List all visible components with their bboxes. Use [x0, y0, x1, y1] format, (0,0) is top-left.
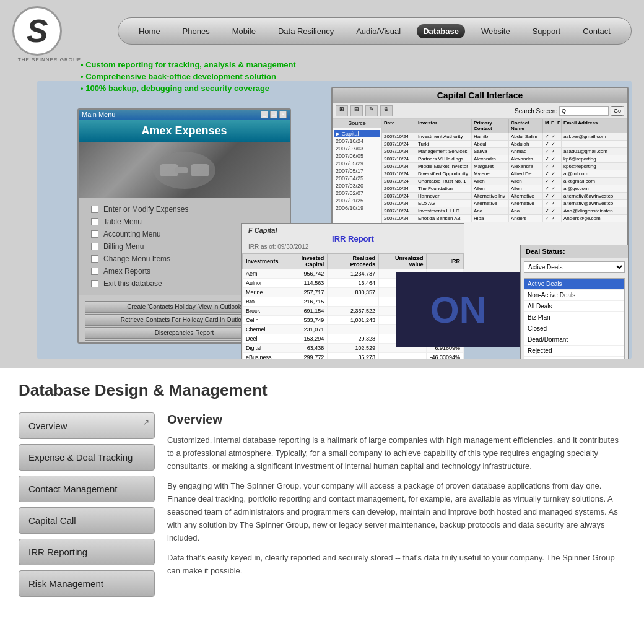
deal-list-dead[interactable]: Dead/Dormant: [524, 334, 624, 346]
nav-mobile[interactable]: Mobile: [226, 24, 262, 38]
search-input[interactable]: [559, 106, 609, 116]
checkbox-5[interactable]: [91, 255, 98, 263]
nav-risk-management[interactable]: Risk Management: [19, 570, 155, 597]
source-2007-06-05[interactable]: 2007/06/05: [334, 152, 380, 160]
col-f: F: [555, 119, 562, 133]
menu-label-7: Exit this database: [103, 279, 162, 288]
nav-website[interactable]: Website: [475, 24, 516, 38]
deal-list-all[interactable]: All Deals: [524, 301, 624, 312]
menu-label-3: Accounting Menu: [103, 230, 161, 238]
left-navigation: Overview ↗ Expense & Deal Tracking Conta…: [19, 412, 155, 602]
table-row: 2007/10/24TurkiAbdullAbdulah✓✓: [382, 141, 627, 148]
menu-label-4: Billing Menu: [103, 242, 144, 251]
nav-support[interactable]: Support: [526, 24, 567, 38]
overview-paragraph-1: Customized, internal database reporting …: [167, 434, 625, 472]
source-2007-04-25[interactable]: 2007/04/25: [334, 175, 380, 182]
logo-text: THE SPINNER GROUP: [12, 57, 87, 63]
source-2007-07-03[interactable]: 2007/07/03: [334, 145, 380, 152]
irr-title: IRR Report: [248, 234, 458, 243]
checkbox-1[interactable]: [91, 206, 98, 213]
search-box: Search Screen: Go: [515, 106, 624, 116]
overview-paragraph-2: By engaging with The Spinner Group, your…: [167, 480, 625, 544]
deal-list-active[interactable]: Active Deals: [524, 279, 624, 290]
checkbox-3[interactable]: [91, 230, 98, 238]
amex-title-bar: Main Menu _ □ ×: [79, 110, 290, 120]
deal-status-select[interactable]: Active Deals Non-Active Deals All Deals …: [524, 261, 625, 273]
close-btn[interactable]: ×: [279, 111, 287, 118]
nav-database[interactable]: Database: [417, 24, 465, 38]
right-content: Overview Customized, internal database r…: [167, 412, 625, 602]
source-capital[interactable]: ▶ Capital: [334, 130, 380, 137]
col-irr: IRR: [427, 254, 464, 269]
maximize-btn[interactable]: □: [270, 111, 277, 118]
bullet-list: Custom reporting for tracking, analysis …: [80, 59, 296, 94]
checkbox-2[interactable]: [91, 218, 98, 225]
table-row: 2007/10/24The FoundationAllenAllen✓✓al@g…: [382, 185, 627, 193]
svg-rect-2: [191, 164, 209, 176]
menu-row-1[interactable]: Enter or Modify Expenses: [91, 203, 277, 215]
handshake-graphic: [147, 146, 222, 195]
menu-label-1: Enter or Modify Expenses: [103, 205, 188, 214]
irr-company: F Capital: [248, 227, 458, 234]
checkbox-4[interactable]: [91, 243, 98, 250]
data-table-header: Date Investor Primary Contact Contact Na…: [382, 119, 627, 133]
col-unrealized: Unrealized Value: [379, 254, 427, 269]
deal-list-closed[interactable]: Closed: [524, 323, 624, 334]
table-row: 2007/10/24Diversified OpportunityMyleneA…: [382, 170, 627, 178]
deal-list-rejected[interactable]: Rejected: [524, 346, 624, 357]
checkbox-7[interactable]: [91, 280, 98, 287]
toolbar-icon-2[interactable]: ⊟: [350, 105, 363, 116]
table-row: 2007/10/24Charitable Trust No. 1AllenAll…: [382, 178, 627, 185]
bullet-3: 100% backup, debugging and security cove…: [80, 82, 296, 94]
screenshots-area: Main Menu _ □ × Amex Expenses Enter or: [37, 80, 632, 359]
irr-header: F Capital IRR Report IRR as of: 09/30/20…: [242, 224, 464, 253]
amex-photo: [79, 142, 290, 198]
capital-call-title: Capital Call Interface: [333, 88, 627, 103]
window-controls: _ □ ×: [261, 111, 287, 118]
checkbox-6[interactable]: [91, 268, 98, 275]
nav-contact[interactable]: Contact: [577, 24, 617, 38]
capital-toolbar: ⊞ ⊟ ✎ ⊕ Search Screen: Go: [333, 103, 627, 119]
source-2007-01-25[interactable]: 2007/01/25: [334, 197, 380, 204]
source-2007-05-17[interactable]: 2007/05/17: [334, 167, 380, 175]
col-invested: Invested Capital: [282, 254, 328, 269]
minimize-btn[interactable]: _: [261, 111, 268, 118]
nav-capital-call[interactable]: Capital Call: [19, 507, 155, 534]
nav-home[interactable]: Home: [133, 24, 167, 38]
menu-label-5: Change Menu Items: [103, 255, 170, 263]
deal-list-bizplan[interactable]: Biz Plan: [524, 312, 624, 323]
table-row: 2007/10/24Middle Market InvestorMargaret…: [382, 163, 627, 170]
nav-data-resiliency[interactable]: Data Resiliency: [272, 24, 340, 38]
source-2006-10-19[interactable]: 2006/10/19: [334, 204, 380, 212]
nav-expense-deal-tracking[interactable]: Expense & Deal Tracking: [19, 444, 155, 471]
source-2007-02-07[interactable]: 2007/02/07: [334, 189, 380, 197]
on-graphic: ON: [430, 289, 486, 331]
nav-irr-reporting[interactable]: IRR Reporting: [19, 539, 155, 565]
deal-list-nonactive[interactable]: Non-Active Deals: [524, 290, 624, 301]
table-row: 2007/10/24EL5 AGAlternativeAlternative✓✓…: [382, 200, 627, 207]
col-investor: Investor: [416, 119, 472, 133]
source-2007-10-24[interactable]: 2007/10/24: [334, 137, 380, 145]
table-row: eBusiness299,77235,273-46.33094%: [243, 353, 464, 360]
nav-audio-visual[interactable]: Audio/Visual: [350, 24, 407, 38]
top-navigation: Home Phones Mobile Data Resiliency Audio…: [118, 17, 632, 45]
table-row: 2007/10/24Investments I, LLCAnaAna✓✓Ana@…: [382, 207, 627, 215]
bullet-1: Custom reporting for tracking, analysis …: [80, 59, 296, 71]
source-2007-03-20[interactable]: 2007/03/20: [334, 182, 380, 189]
search-button[interactable]: Go: [611, 106, 624, 116]
source-2007-05-29[interactable]: 2007/05/29: [334, 160, 380, 167]
nav-contact-management[interactable]: Contact Management: [19, 476, 155, 502]
toolbar-icon-3[interactable]: ✎: [365, 105, 378, 116]
toolbar-icon-4[interactable]: ⊕: [380, 105, 393, 116]
logo-circle: S: [12, 6, 62, 56]
logo-area: S THE SPINNER GROUP: [12, 6, 87, 80]
nav-overview[interactable]: Overview ↗: [19, 412, 155, 439]
toolbar-icon-1[interactable]: ⊞: [336, 105, 348, 116]
nav-phones[interactable]: Phones: [176, 24, 216, 38]
table-row: 2007/10/24Partners VI HoldingsAlexandraA…: [382, 155, 627, 163]
bullet-2: Comprehensive back-office development so…: [80, 71, 296, 82]
irr-subtitle: IRR as of: 09/30/2012: [248, 243, 458, 250]
svg-rect-3: [175, 167, 188, 173]
deal-list-rumor[interactable]: Rumor: [524, 357, 624, 359]
col-realized: Realized Proceeds: [328, 254, 379, 269]
